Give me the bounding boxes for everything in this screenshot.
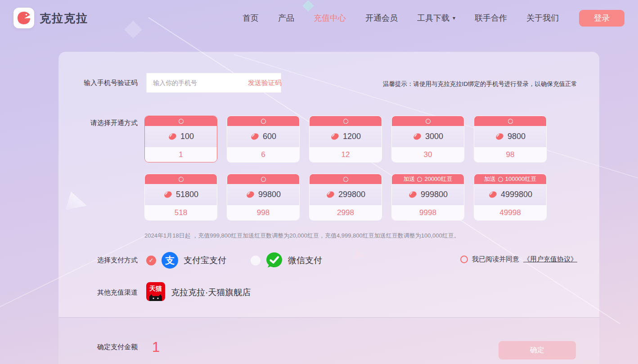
- bean-amount: 4999800: [501, 190, 532, 199]
- package-price: 30: [424, 150, 432, 159]
- nav-item-home[interactable]: 首页 ▾: [243, 13, 259, 23]
- package-price: 6: [261, 150, 265, 159]
- package-price: 518: [175, 208, 187, 217]
- agreement-radio[interactable]: [460, 256, 468, 263]
- package-price: 98: [506, 150, 515, 159]
- nav-item-tools[interactable]: 工具下载 ▾: [417, 13, 455, 23]
- bean-amount: 99800: [258, 190, 281, 199]
- package-card[interactable]: 加送 20000红豆 999800 9998: [391, 174, 464, 220]
- package-card[interactable]: 1200 12: [309, 116, 382, 162]
- bean-outline-icon: [178, 176, 184, 182]
- bean-outline-icon: [425, 118, 431, 124]
- payment-method-row: 选择支付方式 ✓ 支 支付宝支付: [58, 252, 322, 269]
- login-tip-text: 温馨提示：请使用与克拉克拉ID绑定的手机号进行登录，以确保充值正常: [383, 80, 577, 88]
- confirm-button[interactable]: 确定: [499, 341, 576, 360]
- bean-amount: 3000: [425, 132, 443, 141]
- phone-number-input[interactable]: [147, 79, 241, 86]
- brand-logo-group[interactable]: 克拉克拉: [13, 8, 88, 28]
- package-bonus-badge: [392, 116, 464, 126]
- alipay-label: 支付宝支付: [184, 255, 226, 266]
- phone-input-group: 发送验证码: [146, 73, 281, 93]
- phone-verification-row: 输入手机号验证码 发送验证码: [58, 73, 281, 93]
- package-bonus-badge: [145, 116, 217, 126]
- red-bean-icon: [408, 190, 418, 199]
- bean-outline-icon: [342, 176, 349, 182]
- red-bean-icon: [326, 190, 335, 199]
- package-card[interactable]: 299800 2998: [309, 174, 382, 220]
- package-bonus-badge: [310, 174, 382, 184]
- package-card[interactable]: 100 1: [144, 116, 217, 162]
- package-card[interactable]: 9800 98: [474, 116, 547, 162]
- red-bean-icon: [495, 132, 504, 141]
- bean-outline-icon: [260, 118, 266, 124]
- red-bean-icon: [250, 132, 260, 141]
- bean-amount: 299800: [338, 190, 365, 199]
- tmall-store-link[interactable]: 天猫 克拉克拉·天猫旗舰店: [146, 282, 251, 303]
- package-card[interactable]: 99800 998: [227, 174, 300, 220]
- payment-methods: ✓ 支 支付宝支付 微信支付: [146, 252, 322, 269]
- nav-item-label: 充值中心: [314, 13, 346, 23]
- nav-item-label: 关于我们: [526, 13, 559, 23]
- package-price: 9998: [419, 208, 436, 217]
- login-button[interactable]: 登录: [579, 10, 625, 27]
- nav-item-label: 开通会员: [365, 13, 398, 23]
- nav-item-recharge[interactable]: 充值中心 ▾: [314, 13, 346, 23]
- bean-amount: 9800: [508, 132, 526, 141]
- badge-prefix: 加送: [403, 175, 415, 183]
- nav-item-label: 首页: [243, 13, 259, 23]
- wechat-pay-icon: [266, 252, 283, 269]
- packages-row-label: 请选择开通方式: [58, 119, 138, 127]
- bean-amount: 600: [263, 132, 276, 141]
- confirm-amount-row: 确定支付金额 1: [58, 340, 160, 354]
- package-bonus-badge: 加送 20000红豆: [392, 174, 464, 184]
- agreement-row[interactable]: 我已阅读并同意 《用户充值协议》: [460, 255, 577, 264]
- nav-item-label: 工具下载: [417, 13, 449, 23]
- brand-name: 克拉克拉: [40, 11, 88, 26]
- nav-item-partnership[interactable]: 联手合作 ▾: [475, 13, 507, 23]
- package-card[interactable]: 加送 100000红豆 4999800 49998: [474, 174, 547, 220]
- bean-outline-icon: [260, 176, 266, 182]
- red-bean-icon: [246, 190, 255, 199]
- top-navbar: 克拉克拉 首页 ▾ 产品 ▾ 充值中心 ▾ 开通会员 ▾ 工具下载 ▾ 联手合作…: [0, 0, 638, 36]
- package-grid: 100 1 600 6: [144, 116, 547, 220]
- nav-item-about[interactable]: 关于我们 ▾: [526, 13, 559, 23]
- package-bonus-badge: [227, 116, 299, 126]
- bean-amount: 100: [180, 132, 194, 141]
- nav-item-products[interactable]: 产品 ▾: [278, 13, 294, 23]
- alipay-radio[interactable]: ✓: [146, 256, 156, 265]
- red-bean-icon: [163, 190, 173, 199]
- red-bean-icon: [413, 132, 422, 141]
- red-bean-icon: [330, 132, 340, 141]
- package-card[interactable]: 600 6: [227, 116, 300, 162]
- package-price: 1: [179, 150, 183, 159]
- wechat-radio[interactable]: [251, 256, 261, 265]
- package-price: 49998: [499, 208, 521, 217]
- package-selection-row: 请选择开通方式 100 1: [58, 116, 547, 220]
- phone-row-label: 输入手机号验证码: [58, 79, 138, 87]
- nav-item-label: 产品: [278, 13, 294, 23]
- bonus-adjustment-note: 2024年1月18日起 ，充值999,800红豆加送红豆数调整为20,000红豆…: [144, 232, 460, 240]
- package-card[interactable]: 51800 518: [144, 174, 217, 220]
- bean-outline-icon: [342, 118, 349, 124]
- svg-text:天猫: 天猫: [149, 285, 162, 292]
- package-bonus-badge: [474, 116, 546, 126]
- package-bonus-badge: 加送 100000红豆: [474, 174, 546, 184]
- badge-prefix: 加送: [484, 175, 496, 183]
- payment-method-alipay[interactable]: ✓ 支 支付宝支付: [146, 252, 226, 269]
- tmall-store-name: 克拉克拉·天猫旗舰店: [171, 287, 251, 298]
- package-card[interactable]: 3000 30: [391, 116, 464, 162]
- svg-text:支: 支: [165, 255, 175, 266]
- recharge-agreement-link[interactable]: 《用户充值协议》: [523, 255, 577, 264]
- kilakila-logo-icon: [13, 8, 34, 28]
- main-nav: 首页 ▾ 产品 ▾ 充值中心 ▾ 开通会员 ▾ 工具下载 ▾ 联手合作 ▾ 关于…: [243, 13, 559, 23]
- agreement-text: 我已阅读并同意: [472, 255, 519, 264]
- badge-amount: 100000红豆: [505, 175, 536, 183]
- package-price: 12: [341, 150, 350, 159]
- send-code-button[interactable]: 发送验证码: [241, 79, 289, 87]
- wechat-label: 微信支付: [288, 255, 322, 266]
- nav-item-membership[interactable]: 开通会员 ▾: [365, 13, 398, 23]
- bean-amount: 999800: [421, 190, 448, 199]
- alipay-icon: 支: [162, 252, 178, 269]
- tmall-icon: 天猫: [146, 282, 165, 303]
- payment-method-wechat[interactable]: 微信支付: [251, 252, 322, 269]
